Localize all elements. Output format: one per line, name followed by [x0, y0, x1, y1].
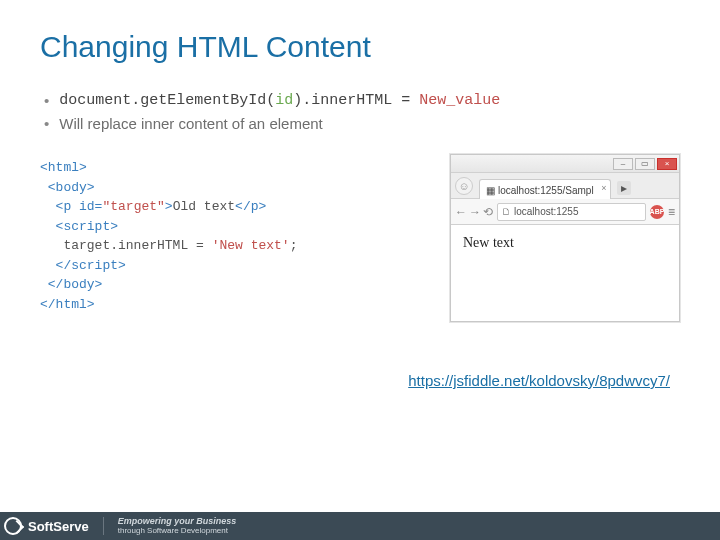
code-example: <html> <body> <p id="target">Old text</p… — [40, 158, 424, 314]
footer-brand: SoftServe — [28, 519, 89, 534]
bullet-1-pre: document.getElementById( — [59, 92, 275, 109]
url-text: localhost:1255 — [514, 206, 579, 217]
softserve-logo-icon — [4, 517, 22, 535]
bullet-2: Will replace inner content of an element — [44, 115, 680, 132]
nav-reload-icon[interactable]: ⟲ — [483, 205, 493, 219]
bullet-1-mid: ).innerHTML = — [293, 92, 419, 109]
nav-back-icon[interactable]: ← — [455, 205, 467, 219]
slide-title: Changing HTML Content — [40, 30, 680, 64]
nav-forward-icon[interactable]: → — [469, 205, 481, 219]
footer-tagline: Empowering your Business through Softwar… — [103, 517, 237, 536]
extension-badge[interactable]: ABP — [650, 205, 664, 219]
browser-viewport: New text — [451, 225, 679, 321]
footer-logo: SoftServe — [4, 517, 89, 535]
browser-menu-icon[interactable]: ≡ — [668, 205, 675, 219]
tab-label: localhost:1255/Sampl — [498, 185, 594, 196]
window-maximize-icon[interactable]: ▭ — [635, 158, 655, 170]
rendered-output: New text — [463, 235, 514, 250]
window-minimize-icon[interactable]: – — [613, 158, 633, 170]
browser-address-bar: ← → ⟲ 🗋 localhost:1255 ABP ≡ — [451, 199, 679, 225]
browser-tab[interactable]: ▦ localhost:1255/Sampl × — [479, 179, 611, 199]
bullet-1-new: New_value — [419, 92, 500, 109]
url-input[interactable]: 🗋 localhost:1255 — [497, 203, 646, 221]
profile-avatar-icon[interactable]: ☺ — [455, 177, 473, 195]
window-titlebar: – ▭ × — [451, 155, 679, 173]
jsfiddle-link[interactable]: https://jsfiddle.net/koldovsky/8pdwvcy7/ — [408, 372, 670, 389]
tab-favicon: ▦ — [486, 185, 495, 196]
bullet-1-id: id — [275, 92, 293, 109]
window-close-icon[interactable]: × — [657, 158, 677, 170]
browser-tabbar: ☺ ▦ localhost:1255/Sampl × ▸ — [451, 173, 679, 199]
bullet-list: document.getElementById(id).innerHTML = … — [44, 92, 680, 132]
slide: Changing HTML Content document.getElemen… — [0, 0, 720, 540]
slide-footer: SoftServe Empowering your Business throu… — [0, 512, 720, 540]
tab-close-icon[interactable]: × — [601, 183, 606, 193]
new-tab-button[interactable]: ▸ — [617, 181, 631, 195]
bullet-1: document.getElementById(id).innerHTML = … — [44, 92, 680, 109]
browser-mock: – ▭ × ☺ ▦ localhost:1255/Sampl × ▸ ← → ⟲ — [450, 154, 680, 322]
page-favicon: 🗋 — [502, 207, 511, 217]
